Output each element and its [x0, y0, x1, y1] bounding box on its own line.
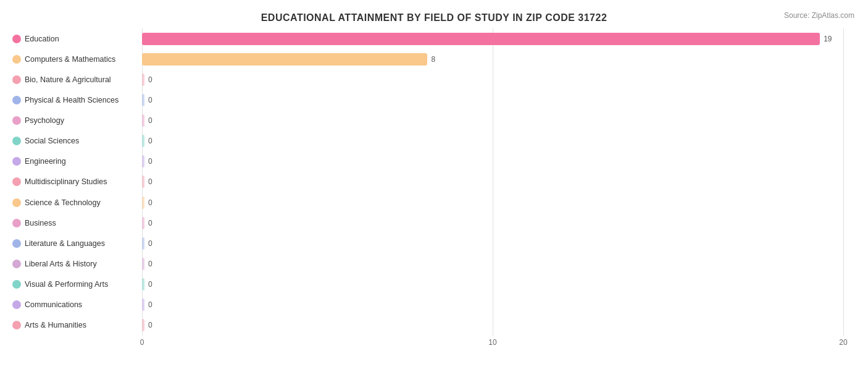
- bar-label-text: Liberal Arts & History: [25, 260, 97, 268]
- bar-value: 19: [824, 35, 832, 43]
- bar-label: Social Sciences: [12, 137, 142, 145]
- bar-fill: [142, 278, 144, 290]
- bar-label: Education: [12, 35, 142, 43]
- bar-row: Liberal Arts & History0: [12, 254, 856, 274]
- color-dot: [12, 75, 21, 84]
- bar-row: Psychology0: [12, 111, 856, 130]
- bar-label-text: Social Sciences: [25, 137, 79, 145]
- bar-track: 8: [142, 53, 856, 66]
- bar-fill: [142, 155, 144, 167]
- bar-value: 0: [148, 198, 152, 207]
- bar-fill: [142, 237, 144, 250]
- bar-value: 0: [148, 75, 152, 84]
- bar-track: 0: [142, 278, 856, 290]
- color-dot: [12, 137, 21, 145]
- bar-track: 0: [142, 74, 856, 86]
- bar-label-text: Communications: [25, 300, 82, 309]
- bar-value: 0: [148, 280, 152, 289]
- bar-label-text: Engineering: [25, 157, 66, 166]
- bar-label-text: Arts & Humanities: [25, 321, 86, 329]
- bar-label-text: Science & Technology: [25, 198, 101, 207]
- bar-label: Visual & Performing Arts: [12, 280, 142, 289]
- chart-container: EDUCATIONAL ATTAINMENT BY FIELD OF STUDY…: [0, 0, 868, 390]
- bar-row: Arts & Humanities0: [12, 315, 856, 335]
- bar-track: 0: [142, 299, 856, 311]
- bar-label: Psychology: [12, 116, 142, 125]
- bar-value: 0: [148, 321, 152, 329]
- bar-label: Liberal Arts & History: [12, 260, 142, 268]
- bar-row: Science & Technology0: [12, 193, 856, 213]
- bar-value: 0: [148, 137, 152, 145]
- bar-row: Literature & Languages0: [12, 234, 856, 253]
- color-dot: [12, 96, 21, 104]
- bar-fill: [142, 53, 427, 66]
- bar-row: Physical & Health Sciences0: [12, 90, 856, 110]
- bar-label: Arts & Humanities: [12, 321, 142, 329]
- bar-label: Bio, Nature & Agricultural: [12, 75, 142, 84]
- x-axis-tick: 10: [488, 338, 496, 347]
- bar-track: 0: [142, 319, 856, 331]
- bar-label: Business: [12, 219, 142, 227]
- bar-row: Multidisciplinary Studies0: [12, 172, 856, 192]
- color-dot: [12, 300, 21, 309]
- bar-value: 0: [148, 177, 152, 186]
- bar-track: 0: [142, 217, 856, 229]
- color-dot: [12, 260, 21, 268]
- bar-row: Bio, Nature & Agricultural0: [12, 70, 856, 90]
- color-dot: [12, 157, 21, 166]
- color-dot: [12, 116, 21, 125]
- bar-track: 0: [142, 94, 856, 106]
- bar-label: Science & Technology: [12, 198, 142, 207]
- bar-row: Social Sciences0: [12, 131, 856, 151]
- bar-track: 0: [142, 155, 856, 167]
- bar-fill: [142, 176, 144, 188]
- bar-fill: [142, 33, 820, 45]
- bar-label-text: Business: [25, 219, 56, 227]
- bar-label: Literature & Languages: [12, 239, 142, 248]
- bar-label-text: Literature & Languages: [25, 239, 105, 248]
- bar-fill: [142, 197, 144, 209]
- x-axis: 01020: [142, 338, 856, 350]
- bar-value: 0: [148, 157, 152, 166]
- bar-fill: [142, 258, 144, 270]
- bar-label: Physical & Health Sciences: [12, 96, 142, 104]
- bar-fill: [142, 135, 144, 147]
- bar-row: Communications0: [12, 295, 856, 315]
- bar-row: Engineering0: [12, 151, 856, 171]
- bar-track: 0: [142, 176, 856, 188]
- color-dot: [12, 321, 21, 329]
- bar-row: Education19: [12, 29, 856, 49]
- chart-area: Education19Computers & Mathematics8Bio, …: [12, 28, 856, 350]
- bar-label-text: Psychology: [25, 116, 64, 125]
- bars-area: Education19Computers & Mathematics8Bio, …: [12, 28, 856, 336]
- bar-label: Engineering: [12, 157, 142, 166]
- bar-value: 0: [148, 116, 152, 125]
- color-dot: [12, 198, 21, 207]
- bar-track: 0: [142, 114, 856, 127]
- color-dot: [12, 239, 21, 248]
- x-axis-tick: 0: [140, 338, 144, 347]
- color-dot: [12, 280, 21, 289]
- bar-track: 0: [142, 197, 856, 209]
- bar-label-text: Multidisciplinary Studies: [25, 177, 107, 186]
- bar-row: Business0: [12, 213, 856, 233]
- x-axis-tick: 20: [839, 338, 847, 347]
- bar-fill: [142, 74, 144, 86]
- bar-fill: [142, 114, 144, 127]
- bar-label: Computers & Mathematics: [12, 55, 142, 64]
- bar-track: 0: [142, 135, 856, 147]
- bar-label: Communications: [12, 300, 142, 309]
- bar-fill: [142, 94, 144, 106]
- bar-track: 0: [142, 258, 856, 270]
- bar-track: 0: [142, 237, 856, 250]
- bar-track: 19: [142, 33, 856, 45]
- bar-label-text: Bio, Nature & Agricultural: [25, 75, 111, 84]
- color-dot: [12, 219, 21, 227]
- bar-value: 0: [148, 300, 152, 309]
- bar-label: Multidisciplinary Studies: [12, 177, 142, 186]
- bar-row: Computers & Mathematics8: [12, 49, 856, 69]
- bar-value: 0: [148, 219, 152, 227]
- bar-value: 8: [431, 55, 435, 64]
- bar-value: 0: [148, 260, 152, 268]
- bar-label-text: Physical & Health Sciences: [25, 96, 119, 104]
